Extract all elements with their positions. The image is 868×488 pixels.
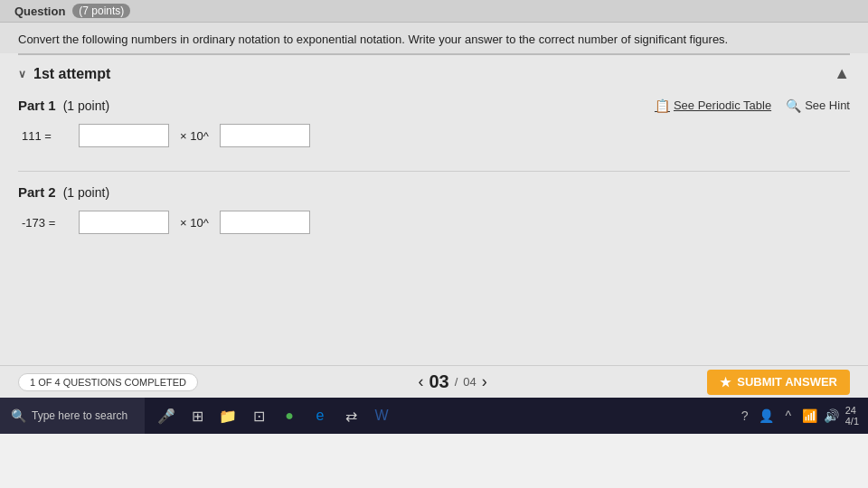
page-total: 04 [463,375,476,389]
question-label: Question [14,5,65,18]
submit-label: SUBMIT ANSWER [737,375,837,389]
taskbar-icon-mic[interactable]: 🎤 [156,405,177,427]
section-divider-1 [18,171,850,172]
tray-network-icon[interactable]: 📶 [802,408,818,424]
table-icon: 📋 [655,99,670,113]
attempt-label: ∨ 1st attempt [18,66,110,82]
periodic-table-label: See Periodic Table [674,99,771,112]
part1-label: Part 1 [18,98,56,113]
part2-label: Part 2 [18,184,56,200]
page-current: 03 [429,371,448,392]
date-display: 4/1 [845,416,859,427]
search-label: Type here to search [32,409,127,422]
part2-equation-label: -173 = [22,216,71,230]
tray-person-icon[interactable]: 👤 [759,408,775,424]
taskbar-icon-grid[interactable]: ⊞ [186,405,208,427]
part2-points: (1 point) [63,185,109,200]
taskbar-icon-network[interactable]: ⇄ [340,405,362,427]
part1-section: Part 1 (1 point) 📋 See Periodic Table 🔍 … [0,92,868,164]
part1-equation-label: 111 = [22,129,71,143]
page-separator: / [455,375,458,389]
time-display: 24 [845,405,859,416]
periodic-table-link[interactable]: 📋 See Periodic Table [655,99,771,113]
part2-header-row: Part 2 (1 point) [18,184,850,200]
see-hint-link[interactable]: 🔍 See Hint [786,99,850,113]
part2-exponent-input[interactable] [220,211,310,234]
pagination-controls: ‹ 03 / 04 › [418,371,486,392]
part1-x-symbol: × 10^ [180,129,209,143]
part1-exponent-input[interactable] [220,124,310,147]
taskbar-icon-edge[interactable]: e [309,405,331,427]
attempt-row: ∨ 1st attempt ▲ [0,55,868,92]
chevron-icon[interactable]: ∨ [18,68,26,80]
part1-actions: 📋 See Periodic Table 🔍 See Hint [655,99,850,113]
part1-header-row: Part 1 (1 point) 📋 See Periodic Table 🔍 … [18,98,850,113]
part2-equation-row: -173 = × 10^ [18,211,850,234]
part1-answer-input[interactable] [79,124,169,147]
part2-answer-input[interactable] [79,211,169,234]
progress-badge: 1 OF 4 QUESTIONS COMPLETED [18,373,198,391]
star-icon: ★ [720,375,731,389]
taskbar-right: ? 👤 ^ 📶 🔊 24 4/1 [728,405,868,427]
taskbar-search[interactable]: 🔍 Type here to search [0,398,145,434]
tray-volume-icon[interactable]: 🔊 [824,408,840,424]
next-page-btn[interactable]: › [482,372,487,391]
taskbar-icon-chrome[interactable]: ● [278,405,300,427]
taskbar: 🔍 Type here to search 🎤 ⊞ 📁 ⊡ ● e ⇄ W ? … [0,398,868,434]
search-icon: 🔍 [11,408,26,423]
clock: 24 4/1 [845,405,859,427]
part2-section: Part 2 (1 point) -173 = × 10^ [0,179,868,250]
taskbar-icon-word[interactable]: W [371,405,392,427]
part1-points: (1 point) [63,99,109,113]
instruction-text: Convert the following numbers in ordinar… [0,23,868,53]
points-badge: (7 points) [72,4,130,18]
hint-icon: 🔍 [786,99,801,113]
part2-x-symbol: × 10^ [180,216,209,230]
tray-expand-icon[interactable]: ^ [780,408,797,424]
bottom-bar: 1 OF 4 QUESTIONS COMPLETED ‹ 03 / 04 › ★… [0,365,868,398]
prev-page-btn[interactable]: ‹ [418,372,423,391]
tray-question-icon[interactable]: ? [737,408,753,424]
main-content: Question (7 points) Convert the followin… [0,0,868,434]
taskbar-icons: 🎤 ⊞ 📁 ⊡ ● e ⇄ W [145,405,728,427]
taskbar-icon-apps[interactable]: ⊡ [248,405,269,427]
arrow-up-icon[interactable]: ▲ [834,64,850,83]
question-header: Question (7 points) [0,0,868,23]
part2-title: Part 2 (1 point) [18,184,109,200]
taskbar-icon-files[interactable]: 📁 [217,405,239,427]
attempt-text: 1st attempt [33,66,110,82]
see-hint-label: See Hint [805,99,850,112]
part1-title: Part 1 (1 point) [18,98,109,113]
part1-equation-row: 111 = × 10^ [18,124,850,147]
submit-answer-button[interactable]: ★ SUBMIT ANSWER [707,370,850,395]
